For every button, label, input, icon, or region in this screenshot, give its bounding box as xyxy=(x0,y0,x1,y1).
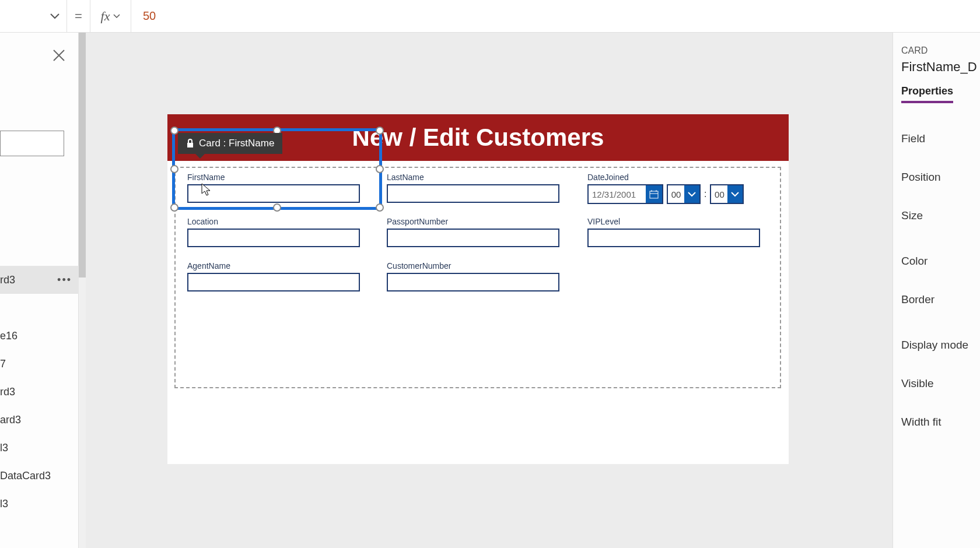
svg-rect-0 xyxy=(650,191,658,198)
field-label: AgentName xyxy=(187,261,362,271)
minute-value: 00 xyxy=(711,189,727,199)
card-datejoined[interactable]: DateJoined 12/31/2001 00 : xyxy=(587,173,774,211)
minute-select[interactable]: 00 xyxy=(710,184,744,204)
prop-position[interactable]: Position xyxy=(901,158,980,196)
tree-items: rd3 ••• e16 7 rd3 ard3 l3 DataCard3 l3 xyxy=(0,266,79,518)
card-passportnumber[interactable]: PassportNumber xyxy=(387,217,562,255)
properties-panel: CARD FirstName_D Properties Field Positi… xyxy=(892,33,980,548)
prop-size[interactable]: Size xyxy=(901,196,980,235)
tree-item-label: rd3 xyxy=(0,274,15,286)
prop-color[interactable]: Color xyxy=(901,242,980,280)
canvas[interactable]: New / Edit Customers FirstName LastName … xyxy=(86,33,892,548)
field-label: DateJoined xyxy=(587,173,774,182)
lock-icon xyxy=(186,139,194,148)
tree-item[interactable]: l3 xyxy=(0,490,79,518)
hour-select[interactable]: 00 xyxy=(667,184,701,204)
formula-bar: = fx 50 xyxy=(0,0,980,33)
tree-item-selected[interactable]: rd3 ••• xyxy=(0,266,79,294)
more-icon[interactable]: ••• xyxy=(57,274,72,286)
tooltip-text: Card : FirstName xyxy=(199,138,274,149)
control-type-label: CARD xyxy=(901,45,980,56)
chevron-down-icon[interactable] xyxy=(727,185,743,203)
tree-item[interactable] xyxy=(0,294,79,322)
field-label: PassportNumber xyxy=(387,217,562,226)
date-value: 12/31/2001 xyxy=(589,189,646,199)
agentname-input[interactable] xyxy=(187,273,360,291)
lastname-input[interactable] xyxy=(387,184,559,203)
prop-field[interactable]: Field xyxy=(901,120,980,158)
time-separator: : xyxy=(704,189,706,199)
passport-input[interactable] xyxy=(387,229,559,247)
app-screen: New / Edit Customers FirstName LastName … xyxy=(167,114,789,464)
firstname-input[interactable] xyxy=(187,184,360,203)
tree-view-panel: rd3 ••• e16 7 rd3 ard3 l3 DataCard3 l3 xyxy=(0,33,79,548)
chevron-down-icon[interactable] xyxy=(684,185,699,203)
scrollbar-thumb[interactable] xyxy=(79,33,86,277)
tree-item[interactable]: 7 xyxy=(0,350,79,378)
field-label: LastName xyxy=(387,173,562,182)
tree-item-label: rd3 xyxy=(0,386,15,398)
prop-border[interactable]: Border xyxy=(901,280,980,319)
hour-value: 00 xyxy=(668,189,684,199)
svg-rect-4 xyxy=(187,143,193,147)
tree-item-label: ard3 xyxy=(0,414,21,426)
tree-item[interactable]: rd3 xyxy=(0,378,79,406)
tree-item[interactable]: e16 xyxy=(0,322,79,350)
date-picker[interactable]: 12/31/2001 xyxy=(587,184,663,204)
card-customernumber[interactable]: CustomerNumber xyxy=(387,261,562,300)
tree-item-label: DataCard3 xyxy=(0,470,51,482)
equals-label: = xyxy=(67,0,90,33)
fx-button[interactable]: fx xyxy=(90,0,131,33)
card-lastname[interactable]: LastName xyxy=(387,173,562,211)
calendar-icon[interactable] xyxy=(646,185,662,203)
field-label: FirstName xyxy=(187,173,362,182)
edit-form[interactable]: FirstName LastName DateJoined 12/31/2001 xyxy=(174,167,781,388)
prop-visible[interactable]: Visible xyxy=(901,364,980,403)
prop-width-fit[interactable]: Width fit xyxy=(901,403,980,441)
tree-item-label: 7 xyxy=(0,358,6,370)
tree-item-label: l3 xyxy=(0,498,8,510)
search-input[interactable] xyxy=(0,131,64,156)
tree-item-label: e16 xyxy=(0,330,18,342)
control-name[interactable]: FirstName_D xyxy=(901,59,980,75)
prop-display-mode[interactable]: Display mode xyxy=(901,326,980,364)
card-agentname[interactable]: AgentName xyxy=(187,261,362,300)
customernumber-input[interactable] xyxy=(387,273,559,291)
field-label: VIPLevel xyxy=(587,217,762,226)
field-label: Location xyxy=(187,217,362,226)
tree-item[interactable]: l3 xyxy=(0,434,79,462)
location-input[interactable] xyxy=(187,229,360,247)
tree-item[interactable]: ard3 xyxy=(0,406,79,434)
chevron-down-icon xyxy=(50,13,60,19)
property-dropdown[interactable] xyxy=(0,0,67,33)
tree-item-label: l3 xyxy=(0,442,8,454)
card-viplevel[interactable]: VIPLevel xyxy=(587,217,762,255)
selection-tooltip: Card : FirstName xyxy=(178,133,282,154)
scrollbar-track xyxy=(79,33,86,548)
card-location[interactable]: Location xyxy=(187,217,362,255)
page-title: New / Edit Customers xyxy=(352,124,604,152)
field-label: CustomerNumber xyxy=(387,261,562,271)
viplevel-input[interactable] xyxy=(587,229,760,247)
tree-item[interactable]: DataCard3 xyxy=(0,462,79,490)
card-firstname[interactable]: FirstName xyxy=(187,173,362,211)
formula-input[interactable]: 50 xyxy=(131,0,980,33)
chevron-down-icon xyxy=(113,14,120,19)
tab-properties[interactable]: Properties xyxy=(901,85,953,103)
close-icon[interactable] xyxy=(52,49,65,62)
fx-icon: fx xyxy=(101,9,110,24)
